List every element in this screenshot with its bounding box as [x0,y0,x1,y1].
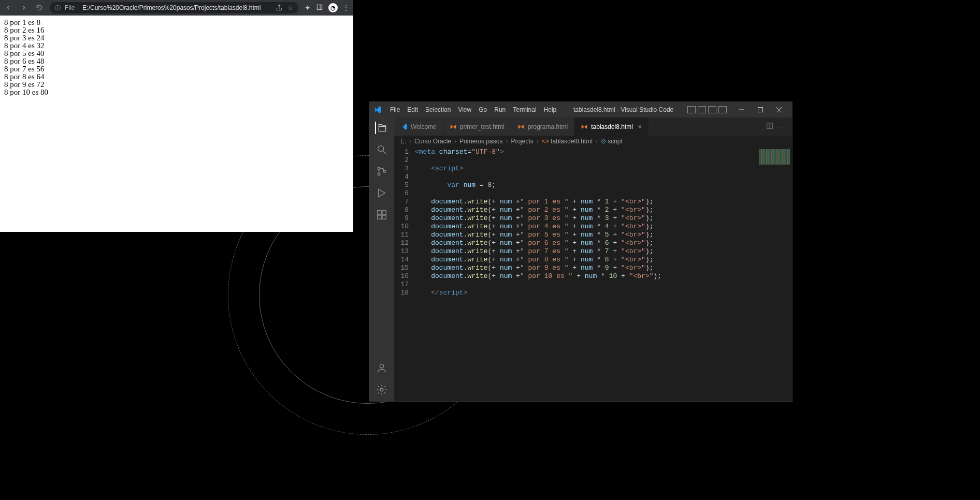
profile-avatar[interactable]: ◔ [328,3,338,12]
tab-programa-html[interactable]: programa.html [511,117,574,136]
layout-controls[interactable] [687,106,727,113]
output-line: 8 por 7 es 56 [4,65,349,73]
editor-tabs: Welcomeprimer_test.htmlprograma.htmltabl… [394,117,792,136]
back-button[interactable] [4,4,12,12]
menu-bar: FileEditSelectionViewGoRunTerminalHelp [387,104,559,115]
minimap[interactable] [759,149,790,165]
breadcrumb-segment[interactable]: ⊘ script [601,138,623,145]
file-badge: File [65,4,78,11]
output-line: 8 por 6 es 48 [4,57,349,65]
vscode-titlebar: FileEditSelectionViewGoRunTerminalHelp t… [369,102,792,117]
menu-item-terminal[interactable]: Terminal [510,104,539,115]
svg-point-10 [383,170,386,173]
svg-point-15 [380,364,383,368]
vscode-window: FileEditSelectionViewGoRunTerminalHelp t… [369,101,792,402]
output-line: 8 por 3 es 24 [4,34,349,42]
output-line: 8 por 8 es 64 [4,73,349,81]
svg-line-7 [383,151,386,154]
settings-icon[interactable] [376,384,388,396]
output-line: 8 por 2 es 16 [4,26,349,34]
code-content[interactable]: <meta charset="UTF-8"> <script> var num … [415,147,792,401]
editor-area: Welcomeprimer_test.htmlprograma.htmltabl… [394,117,792,401]
menu-item-file[interactable]: File [387,104,403,115]
site-info-icon[interactable]: ⓘ [55,4,61,12]
reload-button[interactable] [35,4,44,12]
code-editor[interactable]: 123456789101112131415161718 <meta charse… [394,147,792,401]
tab-label: tablasdel8.html [591,123,633,130]
svg-rect-0 [317,5,322,9]
source-control-icon[interactable] [376,165,388,178]
svg-rect-11 [378,211,381,214]
line-numbers: 123456789101112131415161718 [394,147,415,401]
breadcrumb-segment[interactable]: Curso Oracle [414,138,451,145]
menu-icon[interactable]: ⋮ [343,4,349,11]
menu-item-view[interactable]: View [455,104,474,115]
svg-point-6 [378,146,384,152]
output-line: 8 por 5 es 40 [4,50,349,57]
breadcrumbs[interactable]: E:›Curso Oracle›Primeros pasos›Projects›… [394,136,792,147]
split-editor-icon[interactable] [766,122,773,131]
svg-rect-13 [378,215,381,219]
window-title: tablasdel8.html - Visual Studio Code [561,106,685,113]
tab-primer_test-html[interactable]: primer_test.html [443,117,511,136]
close-icon[interactable]: × [638,123,642,130]
svg-point-9 [378,173,380,175]
forward-button[interactable] [20,4,28,12]
browser-toolbar: ⓘ File E:/Curso%20Oracle/Primeros%20paso… [0,0,353,16]
url-text: E:/Curso%20Oracle/Primeros%20pasos/Proje… [82,4,271,11]
vscode-logo-icon [373,106,382,114]
minimize-button[interactable] [733,104,751,115]
svg-rect-3 [758,108,763,112]
tab-welcome[interactable]: Welcome [394,117,443,136]
tab-label: Welcome [411,123,437,130]
output-line: 8 por 9 es 72 [4,81,349,89]
breadcrumb-segment[interactable]: Projects [511,138,533,145]
share-icon[interactable] [275,4,283,12]
breadcrumb-segment[interactable]: E: [400,138,406,145]
svg-rect-12 [382,211,386,214]
bookmark-icon[interactable]: ☆ [287,4,293,11]
svg-point-8 [378,167,380,170]
menu-item-edit[interactable]: Edit [404,104,421,115]
menu-item-selection[interactable]: Selection [422,104,454,115]
search-icon[interactable] [376,143,388,156]
maximize-button[interactable] [752,104,769,115]
panel-icon[interactable] [316,4,323,12]
menu-item-go[interactable]: Go [475,104,490,115]
explorer-icon[interactable] [375,122,387,134]
more-actions-icon[interactable]: ··· [779,123,787,130]
output-line: 8 por 1 es 8 [4,19,349,26]
menu-item-help[interactable]: Help [541,104,560,115]
url-bar[interactable]: ⓘ File E:/Curso%20Oracle/Primeros%20paso… [50,2,298,13]
breadcrumb-segment[interactable]: <> tablasdel8.html [542,138,593,145]
close-button[interactable] [770,104,788,115]
menu-item-run[interactable]: Run [491,104,509,115]
extensions-icon[interactable] [376,209,388,221]
activity-bar [369,117,394,401]
account-icon[interactable] [376,362,388,374]
tab-label: programa.html [528,123,568,130]
breadcrumb-segment[interactable]: Primeros pasos [459,138,502,145]
browser-window: ⓘ File E:/Curso%20Oracle/Primeros%20paso… [0,0,353,232]
output-line: 8 por 10 es 80 [4,89,349,96]
extensions-icon[interactable]: ✦ [305,4,311,12]
output-line: 8 por 4 es 32 [4,42,349,50]
tab-tablasdel8-html[interactable]: tablasdel8.html× [574,117,648,136]
tab-label: primer_test.html [460,123,505,130]
svg-point-16 [380,388,383,391]
svg-rect-14 [382,215,386,219]
browser-content: 8 por 1 es 88 por 2 es 168 por 3 es 248 … [0,16,353,232]
run-debug-icon[interactable] [376,187,388,199]
